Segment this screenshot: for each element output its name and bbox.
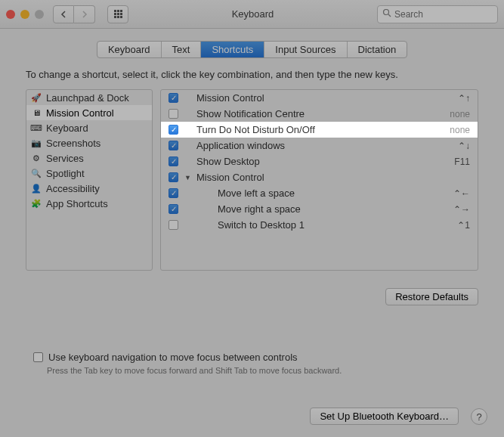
- show-all-button[interactable]: [107, 5, 128, 23]
- sidebar-item-keyboard[interactable]: ⌨Keyboard: [26, 120, 152, 135]
- shortcut-key[interactable]: ⌃↑: [458, 93, 470, 104]
- toolbar: Keyboard: [0, 0, 504, 29]
- sidebar-item-label: Services: [46, 153, 84, 164]
- sidebar-item-label: Spotlight: [46, 168, 85, 179]
- shortcut-label: Turn Do Not Disturb On/Off: [196, 124, 444, 135]
- shortcut-list: ✓Mission Control⌃↑Show Notification Cent…: [160, 89, 478, 271]
- search-icon: [382, 8, 391, 20]
- shortcut-row[interactable]: ✓Show DesktopF11: [161, 153, 478, 169]
- category-icon: 🚀: [31, 92, 42, 103]
- shortcut-checkbox[interactable]: ✓: [169, 204, 178, 214]
- traffic-lights: [6, 10, 44, 19]
- sidebar-item-accessibility[interactable]: 👤Accessibility: [26, 181, 152, 196]
- shortcut-checkbox[interactable]: ✓: [169, 157, 178, 166]
- shortcut-key[interactable]: none: [450, 109, 470, 119]
- category-icon: 🔍: [31, 168, 42, 178]
- setup-bluetooth-button[interactable]: Set Up Bluetooth Keyboard…: [310, 408, 459, 425]
- tab-dictation[interactable]: Dictation: [348, 42, 407, 57]
- svg-line-1: [388, 14, 391, 17]
- minimize-window-button[interactable]: [20, 10, 29, 19]
- tab-shortcuts[interactable]: Shortcuts: [201, 42, 264, 57]
- search-field[interactable]: [377, 5, 498, 23]
- disclosure-triangle-icon[interactable]: ▼: [184, 174, 190, 181]
- shortcut-label: Mission Control: [196, 172, 464, 183]
- shortcut-key[interactable]: none: [450, 125, 470, 135]
- sidebar-item-launchpad-dock[interactable]: 🚀Launchpad & Dock: [26, 90, 152, 105]
- sidebar-item-services[interactable]: ⚙Services: [26, 150, 152, 166]
- instruction-text: To change a shortcut, select it, click t…: [26, 69, 478, 80]
- shortcut-row[interactable]: ✓▼Mission Control: [161, 169, 478, 185]
- back-button[interactable]: [53, 5, 74, 23]
- shortcut-label: Show Notification Centre: [196, 108, 444, 119]
- shortcut-checkbox[interactable]: ✓: [169, 188, 178, 198]
- tab-keyboard[interactable]: Keyboard: [97, 42, 162, 57]
- sidebar-item-label: Mission Control: [46, 107, 114, 119]
- shortcut-label: Move left a space: [218, 188, 447, 199]
- category-icon: 🧩: [31, 198, 42, 209]
- shortcut-checkbox[interactable]: [169, 220, 178, 230]
- tab-bar: KeyboardTextShortcutsInput SourcesDictat…: [26, 41, 478, 58]
- shortcut-checkbox[interactable]: [169, 109, 178, 119]
- grid-icon: [114, 10, 122, 18]
- shortcut-key[interactable]: ⌃→: [453, 204, 470, 215]
- sidebar-item-mission-control[interactable]: 🖥Mission Control: [26, 105, 152, 120]
- close-window-button[interactable]: [6, 10, 15, 19]
- sidebar-item-app-shortcuts[interactable]: 🧩App Shortcuts: [26, 196, 152, 211]
- shortcut-checkbox[interactable]: ✓: [169, 141, 178, 150]
- shortcut-row[interactable]: ✓Turn Do Not Disturb On/Offnone: [161, 122, 478, 138]
- shortcut-row[interactable]: ✓Move right a space⌃→: [161, 201, 478, 217]
- sidebar-item-label: Launchpad & Dock: [46, 92, 129, 104]
- shortcut-row[interactable]: Switch to Desktop 1⌃1: [161, 217, 478, 233]
- shortcut-key[interactable]: F11: [454, 157, 470, 167]
- shortcut-checkbox[interactable]: ✓: [169, 125, 178, 135]
- forward-button[interactable]: [74, 5, 95, 23]
- category-icon: 📷: [31, 138, 42, 148]
- shortcut-row[interactable]: Show Notification Centrenone: [161, 106, 478, 122]
- shortcut-key[interactable]: ⌃1: [457, 220, 470, 231]
- tab-input-sources[interactable]: Input Sources: [264, 42, 347, 57]
- sidebar-item-label: Accessibility: [46, 183, 100, 194]
- shortcut-label: Switch to Desktop 1: [218, 219, 451, 231]
- shortcut-row[interactable]: ✓Move left a space⌃←: [161, 185, 478, 201]
- svg-point-0: [384, 10, 389, 15]
- shortcut-row[interactable]: ✓Application windows⌃↓: [161, 138, 478, 153]
- window-title: Keyboard: [133, 8, 373, 20]
- category-sidebar: 🚀Launchpad & Dock🖥Mission Control⌨Keyboa…: [26, 89, 153, 271]
- shortcut-checkbox[interactable]: ✓: [169, 93, 178, 103]
- category-icon: ⌨: [31, 122, 42, 133]
- sidebar-item-spotlight[interactable]: 🔍Spotlight: [26, 166, 152, 181]
- restore-defaults-button[interactable]: Restore Defaults: [385, 288, 478, 305]
- sidebar-item-label: App Shortcuts: [46, 198, 108, 209]
- keyboard-nav-checkbox-row[interactable]: Use keyboard navigation to move focus be…: [33, 352, 298, 363]
- help-button[interactable]: ?: [471, 408, 487, 425]
- tab-text[interactable]: Text: [162, 42, 202, 57]
- shortcut-label: Move right a space: [218, 203, 447, 215]
- shortcut-label: Application windows: [196, 140, 452, 151]
- shortcut-row[interactable]: ✓Mission Control⌃↑: [161, 90, 478, 106]
- shortcut-key[interactable]: ⌃←: [453, 188, 470, 199]
- shortcut-label: Mission Control: [196, 92, 452, 104]
- shortcut-key[interactable]: ⌃↓: [458, 141, 470, 151]
- keyboard-nav-help: Press the Tab key to move focus forward …: [47, 366, 342, 375]
- keyboard-nav-checkbox[interactable]: [33, 352, 43, 362]
- sidebar-item-screenshots[interactable]: 📷Screenshots: [26, 135, 152, 150]
- shortcut-label: Show Desktop: [196, 156, 448, 167]
- search-input[interactable]: [394, 9, 493, 20]
- zoom-window-button[interactable]: [35, 10, 44, 19]
- category-icon: 👤: [31, 183, 42, 194]
- category-icon: ⚙: [31, 153, 42, 163]
- sidebar-item-label: Keyboard: [46, 122, 88, 134]
- keyboard-nav-label: Use keyboard navigation to move focus be…: [48, 352, 298, 363]
- shortcut-checkbox[interactable]: ✓: [169, 172, 178, 182]
- sidebar-item-label: Screenshots: [46, 138, 100, 149]
- category-icon: 🖥: [31, 107, 42, 118]
